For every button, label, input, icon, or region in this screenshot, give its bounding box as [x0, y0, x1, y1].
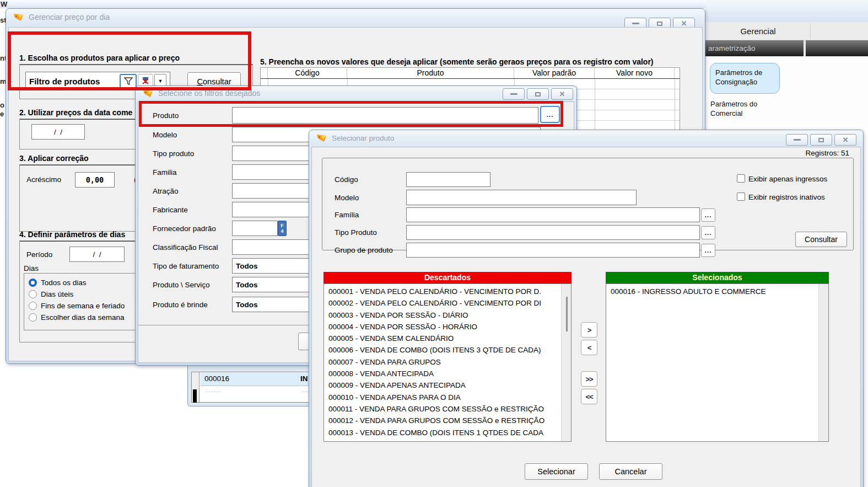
radio-fins-de-semana[interactable]: [29, 302, 37, 310]
scrollbar-thumb[interactable]: [566, 297, 568, 331]
consultar-button[interactable]: Consultar: [795, 232, 847, 247]
produto-input[interactable]: [232, 107, 538, 124]
nav-item-parametros-consignacao[interactable]: Parâmetros de Consignação: [710, 63, 780, 94]
funnel-icon: [124, 77, 133, 85]
section5-heading: 5. Preencha os novos valores que deseja …: [260, 57, 682, 66]
radio-escolher-dias[interactable]: [29, 313, 37, 322]
grupo-produto-input[interactable]: [406, 243, 700, 258]
fornecedor-padrao-input[interactable]: [232, 221, 278, 236]
grid-selector-header: [261, 68, 268, 78]
field-label: Tipo Produto: [335, 228, 377, 237]
f4-top: F: [281, 223, 284, 228]
selected-list[interactable]: 000016 - INGRESSO ADULTO E COMMERCE: [606, 283, 829, 442]
cancelar-button[interactable]: Cancelar: [599, 463, 662, 480]
acrescimo-input[interactable]: 0,00: [75, 172, 115, 188]
window-title: Selecionar produto: [332, 134, 394, 142]
section2-heading: 2. Utilizar preços da data come: [19, 108, 138, 120]
filter-icon-button[interactable]: [120, 74, 137, 88]
close-button[interactable]: ✕: [551, 88, 573, 100]
records-count: Registros: 51: [805, 149, 849, 157]
list-item[interactable]: 000002 - VENDA PELO CALENDÁRIO - VENCIME…: [324, 297, 571, 309]
field-label: Produto \ Serviço: [153, 281, 210, 289]
field-label: Atração: [153, 187, 179, 195]
fox-app-icon: [143, 89, 153, 98]
list-item[interactable]: 000005 - VENDA SEM CALENDÁRIO: [324, 333, 571, 344]
move-right-button[interactable]: >: [581, 322, 597, 338]
section4-heading: 4. Definir parâmetros de dias: [19, 230, 138, 242]
field-label: Fabricante: [153, 206, 188, 214]
minimize-button[interactable]: [503, 88, 525, 100]
grupo-produto-lookup-button[interactable]: ...: [701, 244, 715, 257]
selected-scrollbar[interactable]: [818, 284, 828, 441]
list-item[interactable]: 000016 - INGRESSO ADULTO E COMMERCE: [606, 286, 828, 297]
background-window-chrome: [705, 0, 868, 22]
maximize-icon: [818, 138, 824, 142]
radio-todos-os-dias[interactable]: [29, 279, 37, 287]
field-label: Família: [335, 211, 359, 219]
periodo-input[interactable]: / /: [69, 247, 125, 262]
move-all-right-button[interactable]: >>: [581, 371, 597, 387]
window-title: Gerenciar preço por dia: [29, 13, 110, 22]
checkbox-exibir-inativos[interactable]: [737, 192, 745, 201]
maximize-button[interactable]: [527, 88, 549, 100]
field-label: Tipo produto: [153, 149, 194, 158]
codigo-input[interactable]: [406, 172, 490, 187]
list-item[interactable]: 000007 - VENDA PARA GRUPOS: [324, 356, 571, 368]
selecionar-button[interactable]: Selecionar: [525, 463, 588, 480]
checkbox-exibir-ingressos[interactable]: [737, 174, 745, 183]
titlebar[interactable]: Gerenciar preço por dia: [6, 9, 705, 25]
list-item[interactable]: 000010 - VENDA APENAS PARA O DIA: [324, 392, 571, 403]
list-item[interactable]: 000013 - VENDA DE COMBO (DOIS ITENS 1 QT…: [324, 427, 571, 438]
list-item[interactable]: 000008 - VENDA ANTECIPADA: [324, 368, 571, 379]
modelo-input[interactable]: [406, 190, 637, 205]
tab-bar: Gerencial: [705, 22, 868, 40]
acrescimo-label: Acréscimo: [26, 175, 61, 184]
chevron-down-icon: ▼: [158, 78, 163, 84]
list-item[interactable]: 000012 - VENDA PARA GRUPOS COM SESSÃO e …: [324, 415, 571, 426]
window-selecionar-produto: Selecionar produto ✕ Registros: 51 Códig…: [309, 130, 864, 487]
bg-text-fragment: W: [1, 0, 7, 8]
bg-text-fragment: e: [0, 110, 4, 118]
grid-header-codigo: Código: [268, 68, 347, 78]
titlebar[interactable]: Selecionar produto: [309, 130, 863, 146]
produto-lookup-button[interactable]: ...: [540, 106, 560, 123]
field-label: Código: [335, 175, 358, 184]
field-label: Familia: [153, 168, 177, 176]
close-icon: ✕: [559, 90, 565, 98]
radio-dias-uteis[interactable]: [29, 290, 37, 298]
list-item[interactable]: 000011 - VENDA PARA GRUPOS COM SESSÃO e …: [324, 403, 571, 415]
minimize-icon: [510, 93, 517, 95]
nav-item-parametros-comercial[interactable]: Parâmetros do Comercial: [710, 99, 777, 118]
familia-lookup-button[interactable]: ...: [701, 208, 715, 222]
selected-header: Selecionados: [606, 272, 829, 283]
tipo-produto-input[interactable]: [406, 225, 700, 240]
date-commercial-input[interactable]: / /: [31, 124, 85, 140]
list-item[interactable]: 000006 - VENDA DE COMBO (DOIS ITENS 3 QT…: [324, 344, 571, 356]
menu-item-parametrizacao[interactable]: arametrização: [708, 40, 756, 56]
filter-products-label: Filtro de produtos: [29, 77, 100, 86]
list-item[interactable]: 000009 - VENDA APENAS ANTECIPADA: [324, 379, 571, 391]
fox-app-icon: [316, 134, 327, 142]
field-label: Grupo de produto: [335, 246, 393, 254]
grid-header: Código Produto Valor padrão Valor novo: [260, 67, 680, 79]
list-item[interactable]: 000001 - VENDA PELO CALENDÁRIO - VENCIME…: [324, 286, 571, 297]
maximize-button[interactable]: [810, 134, 832, 146]
section1-heading: 1. Escolha os produtos para aplicar o pr…: [19, 53, 253, 65]
move-all-left-button[interactable]: <<: [581, 389, 597, 404]
list-item[interactable]: 000004 - VENDA POR SESSÃO - HORÁRIO: [324, 321, 571, 333]
minimize-button[interactable]: [786, 134, 808, 146]
radio-label: Todos os dias: [41, 279, 87, 287]
list-item[interactable]: 000003 - VENDA POR SESSÃO - DIÁRIO: [324, 309, 571, 321]
tipo-produto-lookup-button[interactable]: ...: [701, 226, 715, 239]
tab-gerencial[interactable]: Gerencial: [707, 22, 809, 40]
grid-header-valor-padrao: Valor padrão: [514, 68, 595, 78]
screen: W st nt m o e Gerencial arametrização Pa…: [0, 0, 868, 487]
grid-header-valor-novo: Valor novo: [595, 68, 675, 78]
discarded-scrollbar[interactable]: [561, 284, 571, 441]
move-left-button[interactable]: <: [581, 340, 597, 355]
familia-input[interactable]: [406, 207, 700, 222]
discarded-list[interactable]: 000001 - VENDA PELO CALENDÁRIO - VENCIME…: [324, 283, 572, 442]
f4-key-icon[interactable]: F 4: [278, 221, 287, 236]
close-button[interactable]: ✕: [834, 134, 856, 146]
search-groupbox: Código Modelo Família ... Tipo Produto .…: [322, 158, 854, 250]
